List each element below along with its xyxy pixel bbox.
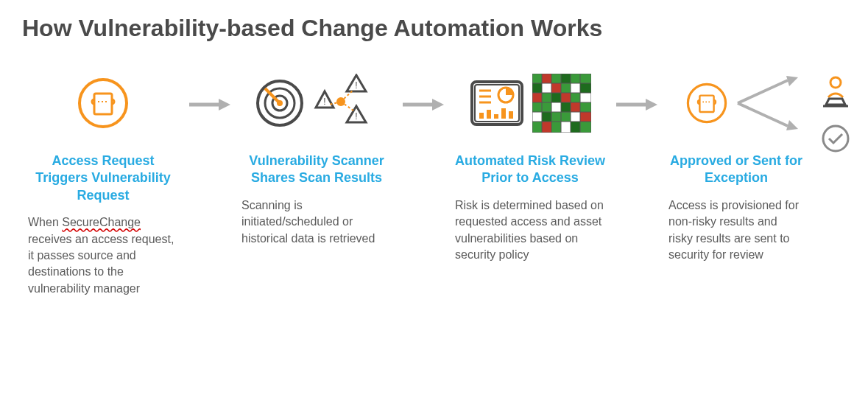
- step-4-title: Approved or Sent for Exception: [663, 153, 810, 187]
- svg-rect-37: [580, 74, 591, 83]
- svg-rect-45: [542, 93, 551, 102]
- svg-rect-48: [571, 93, 580, 102]
- svg-rect-60: [571, 112, 580, 122]
- step-4-body: Access is provisioned for non-risky resu…: [663, 197, 810, 264]
- person-laptop-icon: [817, 75, 854, 112]
- svg-rect-33: [542, 74, 551, 83]
- svg-rect-41: [561, 83, 571, 93]
- step-3-title: Automated Risk Review Prior to Access: [449, 153, 611, 187]
- svg-rect-85: [699, 96, 713, 112]
- svg-point-10: [277, 100, 283, 106]
- process-flow: Access Request Triggers Vulnerability Re…: [22, 71, 846, 297]
- svg-rect-26: [479, 113, 484, 119]
- svg-rect-55: [580, 102, 591, 112]
- svg-line-89: [738, 80, 788, 103]
- checkmark-circle-icon: [821, 124, 850, 156]
- svg-rect-61: [580, 112, 591, 122]
- svg-rect-40: [551, 83, 561, 93]
- step-1-body: When SecureChange receives an access req…: [22, 214, 184, 297]
- step-2-title: Vulnerability Scanner Shares Scan Result…: [236, 153, 398, 187]
- svg-rect-57: [542, 112, 551, 122]
- svg-rect-38: [532, 83, 542, 93]
- svg-rect-58: [551, 112, 561, 122]
- svg-rect-42: [571, 83, 580, 93]
- svg-point-84: [688, 84, 725, 122]
- svg-rect-32: [532, 74, 542, 83]
- radar-scanner-icon: [254, 77, 306, 132]
- svg-rect-51: [542, 102, 551, 112]
- svg-rect-36: [571, 74, 580, 83]
- svg-rect-53: [561, 102, 571, 112]
- svg-marker-6: [219, 99, 230, 111]
- step-2: ! ! ! Vulnerability Scanner Shares Scan …: [236, 71, 398, 247]
- step-2-body: Scanning is initiated/scheduled or histo…: [236, 197, 398, 247]
- svg-rect-56: [532, 112, 542, 122]
- heatmap-grid-icon: [532, 74, 591, 136]
- report-dashboard-icon: [469, 79, 525, 130]
- svg-rect-59: [561, 112, 571, 122]
- svg-marker-92: [786, 120, 798, 130]
- svg-text:!: !: [323, 97, 325, 107]
- svg-rect-47: [561, 93, 571, 102]
- svg-rect-64: [551, 122, 561, 133]
- svg-rect-54: [571, 102, 580, 112]
- svg-line-91: [738, 103, 788, 126]
- svg-marker-83: [646, 99, 657, 111]
- svg-rect-46: [551, 93, 561, 102]
- svg-rect-62: [532, 122, 542, 133]
- ticket-small-icon: [686, 83, 727, 127]
- step-3-body: Risk is determined based on requested ac…: [449, 197, 611, 264]
- svg-rect-52: [551, 102, 561, 112]
- outcome-icons: [817, 71, 854, 160]
- svg-text:!: !: [355, 80, 357, 91]
- svg-rect-28: [494, 114, 498, 119]
- alert-network-icon: ! ! !: [313, 74, 379, 136]
- svg-marker-90: [786, 76, 798, 86]
- svg-point-93: [830, 77, 841, 88]
- svg-text:!: !: [355, 111, 357, 122]
- svg-rect-1: [94, 94, 112, 114]
- split-arrows-icon: [735, 70, 801, 139]
- svg-rect-29: [501, 108, 506, 119]
- svg-rect-50: [532, 102, 542, 112]
- svg-rect-27: [487, 110, 491, 119]
- svg-point-0: [80, 80, 127, 127]
- svg-marker-19: [432, 99, 444, 111]
- svg-rect-49: [580, 93, 591, 102]
- svg-rect-67: [580, 122, 591, 133]
- svg-rect-34: [551, 74, 561, 83]
- svg-point-95: [823, 126, 848, 151]
- svg-rect-65: [561, 122, 571, 133]
- arrow-3: [611, 71, 663, 138]
- svg-rect-43: [580, 83, 591, 93]
- svg-rect-44: [532, 93, 542, 102]
- svg-rect-30: [509, 111, 513, 119]
- step-3: Automated Risk Review Prior to Access Ri…: [449, 71, 611, 263]
- arrow-1: [184, 71, 236, 138]
- step-1-title: Access Request Triggers Vulnerability Re…: [22, 153, 184, 204]
- step-1: Access Request Triggers Vulnerability Re…: [22, 71, 184, 297]
- page-title: How Vulnerability-based Change Automatio…: [22, 15, 846, 42]
- svg-rect-66: [571, 122, 580, 133]
- step-4: Approved or Sent for Exception Access is…: [663, 71, 810, 263]
- ticket-icon: [77, 77, 129, 132]
- arrow-2: [398, 71, 449, 138]
- svg-rect-35: [561, 74, 571, 83]
- svg-rect-63: [542, 122, 551, 133]
- svg-rect-39: [542, 83, 551, 93]
